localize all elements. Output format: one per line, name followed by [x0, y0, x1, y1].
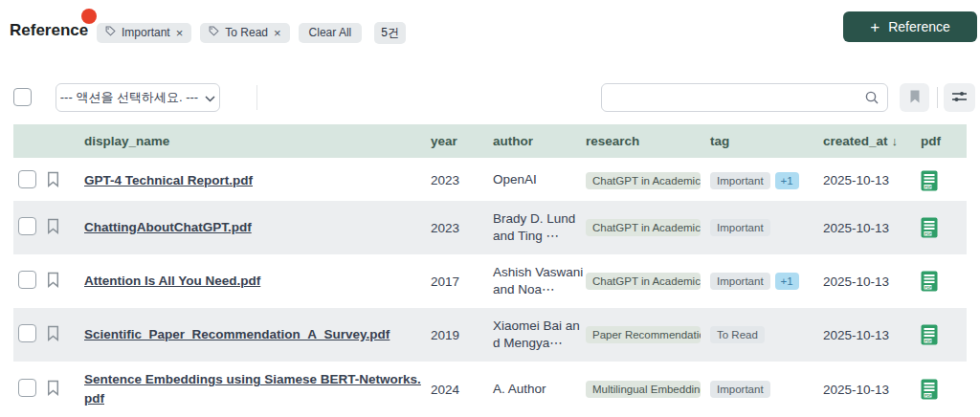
search-box: [601, 83, 888, 112]
filter-chip-label: To Read: [225, 26, 268, 40]
result-count-badge: 5건: [374, 22, 406, 44]
author-cell: Xiaomei Bai and Mengya⋯: [493, 308, 586, 362]
plus-icon: +: [870, 19, 880, 35]
tag-chip: Important: [710, 381, 770, 398]
table-row: Sentence Embeddings using Siamese BERT-N…: [13, 362, 967, 417]
year-cell: 2019: [431, 308, 493, 362]
clear-all-button[interactable]: Clear All: [299, 23, 363, 43]
sliders-icon: [951, 90, 968, 106]
document-link[interactable]: GPT-4 Technical Report.pdf: [84, 173, 253, 187]
year-cell: 2023: [431, 159, 493, 201]
author-cell: Ashish Vaswani and Noa⋯: [493, 254, 586, 308]
document-link[interactable]: Attention Is All You Need.pdf: [84, 274, 260, 288]
tag-icon: [209, 26, 219, 40]
page-title: Reference: [10, 21, 88, 40]
row-checkbox[interactable]: [18, 324, 36, 342]
remove-filter-icon[interactable]: ×: [274, 26, 281, 40]
filter-settings-button[interactable]: [944, 83, 975, 112]
add-reference-button[interactable]: + Reference: [843, 11, 977, 42]
research-chip: Multilingual Embedding: [586, 381, 701, 398]
table-row: Attention Is All You Need.pdf 2017 Ashis…: [13, 254, 967, 308]
bookmark-icon[interactable]: [46, 176, 60, 190]
row-checkbox[interactable]: [18, 379, 36, 397]
svg-text:PDF: PDF: [924, 286, 932, 290]
table-toolbar: --- 액션을 선택하세요. ---: [13, 82, 967, 113]
column-header-created-at[interactable]: created_at↓: [823, 124, 921, 159]
reference-table: display_name year author research tag cr…: [13, 124, 967, 417]
svg-text:PDF: PDF: [924, 340, 932, 343]
column-header-author[interactable]: author: [493, 124, 586, 159]
svg-text:PDF: PDF: [924, 185, 932, 188]
bookmark-icon[interactable]: [46, 384, 60, 399]
table-row: ChattingAboutChatGPT.pdf 2023 Brady D. L…: [13, 201, 967, 254]
created-at-cell: 2025-10-13: [823, 201, 921, 254]
filter-chip-important[interactable]: Important ×: [97, 23, 191, 43]
tag-chip: Important: [710, 172, 770, 189]
chevron-down-icon: [205, 91, 215, 105]
pdf-file-button[interactable]: PDF: [921, 217, 938, 238]
remove-filter-icon[interactable]: ×: [176, 26, 184, 40]
column-header-display-name[interactable]: display_name: [73, 124, 431, 159]
search-icon[interactable]: [864, 90, 880, 109]
tag-more-chip[interactable]: +1: [775, 273, 799, 290]
table-header-row: display_name year author research tag cr…: [13, 124, 967, 159]
column-header-research[interactable]: research: [586, 124, 710, 159]
notification-dot: [81, 9, 97, 24]
created-at-cell: 2025-10-13: [823, 159, 921, 201]
research-chip: Paper Recommendation: [586, 326, 701, 343]
created-at-label: created_at: [823, 134, 888, 148]
author-cell: OpenAI: [493, 159, 586, 201]
document-link[interactable]: ChattingAboutChatGPT.pdf: [84, 220, 252, 234]
select-all-checkbox[interactable]: [13, 88, 32, 106]
pdf-file-button[interactable]: PDF: [921, 271, 938, 292]
filter-chip-to-read[interactable]: To Read ×: [200, 23, 289, 43]
action-select-label: --- 액션을 선택하세요. ---: [60, 89, 198, 106]
table-row: Scientific_Paper_Recommendation_A_Survey…: [13, 308, 967, 362]
header-bookmark-spacer: [46, 124, 73, 159]
action-select-dropdown[interactable]: --- 액션을 선택하세요. ---: [56, 83, 220, 112]
column-header-pdf[interactable]: pdf: [921, 124, 967, 159]
bookmark-icon: [908, 89, 922, 107]
research-chip: ChatGPT in Academic: [586, 273, 701, 290]
row-checkbox[interactable]: [18, 170, 36, 188]
column-header-year[interactable]: year: [431, 124, 493, 159]
row-checkbox[interactable]: [18, 217, 36, 235]
bookmark-icon[interactable]: [46, 223, 60, 237]
saved-searches-button[interactable]: [900, 83, 929, 112]
created-at-cell: 2025-10-13: [823, 308, 921, 362]
header-checkbox-spacer: [13, 124, 46, 159]
filter-chip-label: Important: [122, 26, 170, 40]
document-link[interactable]: Scientific_Paper_Recommendation_A_Survey…: [84, 327, 390, 341]
year-cell: 2023: [431, 201, 493, 254]
year-cell: 2024: [431, 362, 493, 417]
author-cell: Brady D. Lund and Ting ⋯: [493, 201, 586, 254]
research-chip: ChatGPT in Academic: [586, 172, 701, 189]
tag-chip: Important: [710, 273, 770, 290]
tag-chip: Important: [710, 219, 770, 236]
tag-chip: To Read: [710, 326, 765, 343]
top-bar: Reference Important × To Read × Clear Al…: [0, 0, 980, 59]
document-link[interactable]: Sentence Embeddings using Siamese BERT-N…: [84, 372, 421, 406]
year-cell: 2017: [431, 254, 493, 308]
pdf-file-button[interactable]: PDF: [921, 324, 938, 345]
toolbar-divider: [256, 85, 257, 110]
research-chip: ChatGPT in Academic: [586, 219, 701, 236]
filter-chip-row: Important × To Read × Clear All 5건: [97, 22, 406, 44]
created-at-cell: 2025-10-13: [823, 254, 921, 308]
search-input[interactable]: [601, 83, 888, 112]
sort-desc-icon[interactable]: ↓: [892, 134, 899, 148]
created-at-cell: 2025-10-13: [823, 362, 921, 417]
table-row: GPT-4 Technical Report.pdf 2023 OpenAI C…: [13, 159, 967, 201]
bookmark-icon[interactable]: [46, 330, 60, 344]
svg-text:PDF: PDF: [924, 232, 932, 236]
row-checkbox[interactable]: [18, 271, 36, 289]
author-cell: A. Author: [493, 362, 586, 417]
pdf-file-button[interactable]: PDF: [921, 170, 938, 191]
toolbar-divider: [937, 87, 938, 108]
tag-icon: [105, 26, 116, 40]
svg-text:PDF: PDF: [924, 394, 932, 398]
pdf-file-button[interactable]: PDF: [921, 379, 938, 400]
bookmark-icon[interactable]: [46, 276, 60, 291]
column-header-tag[interactable]: tag: [710, 124, 823, 159]
tag-more-chip[interactable]: +1: [775, 172, 799, 189]
